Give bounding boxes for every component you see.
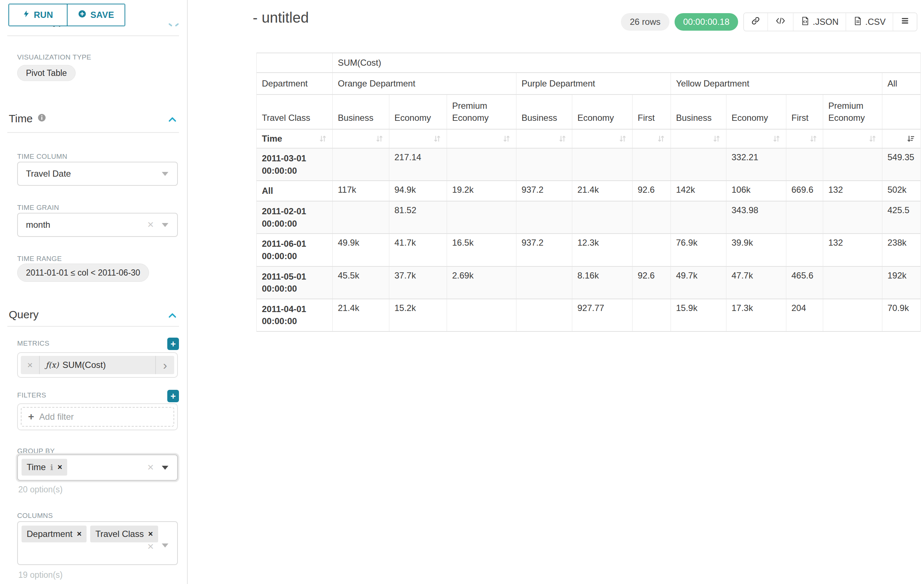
pivot-value-cell	[572, 148, 632, 181]
pivot-value-cell	[516, 148, 572, 181]
pivot-value-cell	[786, 148, 823, 181]
pivot-value-cell: 76.9k	[671, 234, 726, 266]
sort-header-time[interactable]: Time	[257, 129, 333, 148]
pivot-value-cell: 49.7k	[671, 267, 726, 299]
sort-arrows-icon[interactable]	[712, 134, 721, 143]
pivot-value-cell: 41.7k	[389, 234, 447, 266]
caret-down-icon[interactable]	[162, 543, 168, 548]
sort-header-col-3[interactable]	[516, 129, 572, 148]
pivot-value-cell: 17.3k	[726, 299, 786, 331]
remove-tag-icon[interactable]: ×	[148, 529, 153, 539]
sort-desc-active-icon[interactable]	[906, 134, 915, 143]
sort-arrows-icon[interactable]	[809, 134, 818, 143]
embed-code-button[interactable]	[767, 13, 793, 31]
export-button-group: .JSON .CSV	[743, 12, 917, 31]
chevron-right-icon[interactable]: ›	[155, 356, 174, 374]
sort-header-col-5[interactable]	[632, 129, 671, 148]
pivot-value-cell	[572, 201, 632, 234]
query-section-header: Query	[9, 308, 39, 321]
row-count-badge: 26 rows	[621, 13, 669, 31]
sort-arrows-icon[interactable]	[318, 134, 327, 143]
chart-title[interactable]: - untitled	[253, 10, 309, 26]
sort-header-col-2[interactable]	[447, 129, 516, 148]
export-csv-button[interactable]: .CSV	[845, 13, 893, 31]
query-collapse-chevron-icon[interactable]	[167, 311, 178, 321]
pivot-value-cell: 142k	[671, 181, 726, 201]
pivot-value-cell: 47.7k	[726, 267, 786, 299]
csv-button-label: .CSV	[865, 17, 886, 27]
pivot-value-cell: 465.6	[786, 267, 823, 299]
sort-header-col-1[interactable]	[389, 129, 447, 148]
visualization-type-value[interactable]: Pivot Table	[17, 65, 76, 81]
caret-down-icon[interactable]	[162, 172, 168, 176]
add-metric-button[interactable]: +	[167, 337, 179, 350]
remove-tag-icon[interactable]: ×	[77, 529, 81, 539]
time-column-select[interactable]: Travel Date	[17, 162, 178, 186]
more-menu-button[interactable]	[893, 13, 917, 31]
sort-arrows-icon[interactable]	[618, 134, 627, 143]
sort-arrows-icon[interactable]	[433, 134, 442, 143]
file-code-icon	[800, 16, 810, 28]
sort-arrows-icon[interactable]	[772, 134, 781, 143]
sort-header-col-6[interactable]	[671, 129, 726, 148]
add-filter-dropzone[interactable]: + Add filter	[21, 407, 174, 427]
pivot-value-cell	[786, 234, 823, 266]
save-button[interactable]: SAVE	[67, 4, 125, 26]
remove-metric-icon[interactable]: ×	[21, 356, 40, 374]
metric-item[interactable]: × ƒ(x) SUM(Cost) ›	[21, 356, 174, 374]
time-range-value[interactable]: 2011-01-01 ≤ col < 2011-06-30	[17, 263, 149, 282]
col-header-yellow-department-first: First	[786, 95, 823, 129]
sort-arrows-icon[interactable]	[868, 134, 877, 143]
sort-header-all[interactable]	[882, 129, 921, 148]
time-collapse-chevron-icon[interactable]	[167, 115, 178, 125]
clear-icon[interactable]: ×	[147, 462, 154, 473]
sort-arrows-icon[interactable]	[657, 134, 665, 143]
pivot-value-cell: 669.6	[786, 181, 823, 201]
group-by-tags: Timei×	[21, 459, 67, 475]
pivot-value-cell: 81.52	[389, 201, 447, 234]
time-section-title: Time	[9, 112, 33, 125]
columns-label: COLUMNS	[17, 512, 53, 520]
metric-header-cell: SUM(Cost)	[333, 53, 921, 72]
sort-header-col-0[interactable]	[333, 129, 389, 148]
pivot-value-cell: 39.9k	[726, 234, 786, 266]
share-link-button[interactable]	[744, 13, 767, 31]
sort-header-col-9[interactable]	[823, 129, 882, 148]
time-section-header: Time	[9, 112, 46, 125]
clear-icon[interactable]: ×	[147, 219, 154, 230]
time-grain-select[interactable]: month ×	[17, 213, 178, 237]
pivot-value-cell: 343.98	[726, 201, 786, 234]
run-button[interactable]: RUN	[9, 4, 67, 26]
pivot-value-cell	[671, 201, 726, 234]
pivot-value-cell: 49.9k	[333, 234, 389, 266]
row-label-2011-04-01-00-00-00: 2011-04-01 00:00:00	[257, 299, 333, 331]
code-icon	[775, 16, 786, 28]
metrics-label: METRICS	[17, 339, 49, 347]
caret-down-icon[interactable]	[162, 223, 168, 227]
sort-header-col-8[interactable]	[786, 129, 823, 148]
pivot-value-cell: 937.2	[516, 234, 572, 266]
divider	[7, 132, 179, 133]
tag-label: Department	[26, 529, 72, 539]
caret-down-icon[interactable]	[162, 466, 168, 470]
columns-select[interactable]: Department×Travel Class× ×	[17, 521, 178, 565]
sort-arrows-icon[interactable]	[375, 134, 384, 143]
sort-header-col-7[interactable]	[726, 129, 786, 148]
remove-tag-icon[interactable]: ×	[57, 462, 62, 472]
select-tag-department: Department×	[21, 526, 87, 542]
sort-arrows-icon[interactable]	[558, 134, 567, 143]
sort-arrows-icon[interactable]	[502, 134, 511, 143]
group-by-select[interactable]: Timei× ×	[17, 454, 178, 481]
row-label-2011-03-01-00-00-00: 2011-03-01 00:00:00	[257, 148, 333, 181]
sort-header-col-4[interactable]	[572, 129, 632, 148]
col-header-orange-department-premium-economy: Premium Economy	[447, 95, 516, 129]
add-filter-plus-button[interactable]: +	[167, 390, 179, 402]
add-filter-placeholder: Add filter	[39, 412, 74, 422]
export-json-button[interactable]: .JSON	[793, 13, 845, 31]
link-icon	[751, 16, 761, 28]
clear-icon[interactable]: ×	[147, 541, 154, 552]
pivot-value-cell: 19.2k	[447, 181, 516, 201]
col-group-purple-department: Purple Department	[516, 72, 671, 95]
pivot-value-cell: 937.2	[516, 181, 572, 201]
plus-icon: +	[28, 411, 34, 423]
